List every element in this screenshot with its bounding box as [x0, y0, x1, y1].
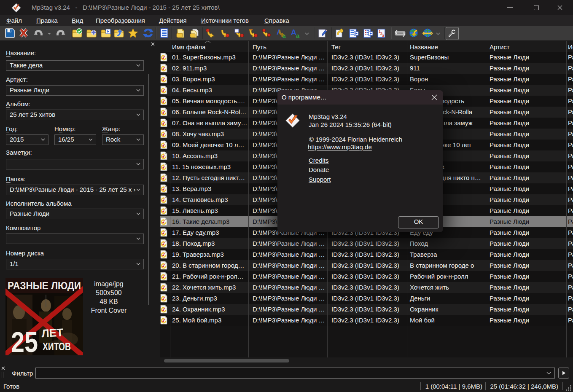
svg-text:25: 25 — [11, 326, 38, 355]
svg-text:a: a — [282, 32, 286, 38]
svg-text:a: a — [296, 32, 300, 38]
svg-text:ХИТОВ: ХИТОВ — [43, 340, 71, 353]
svg-text:3: 3 — [382, 34, 384, 38]
svg-text:ЛЕТ: ЛЕТ — [41, 326, 64, 340]
